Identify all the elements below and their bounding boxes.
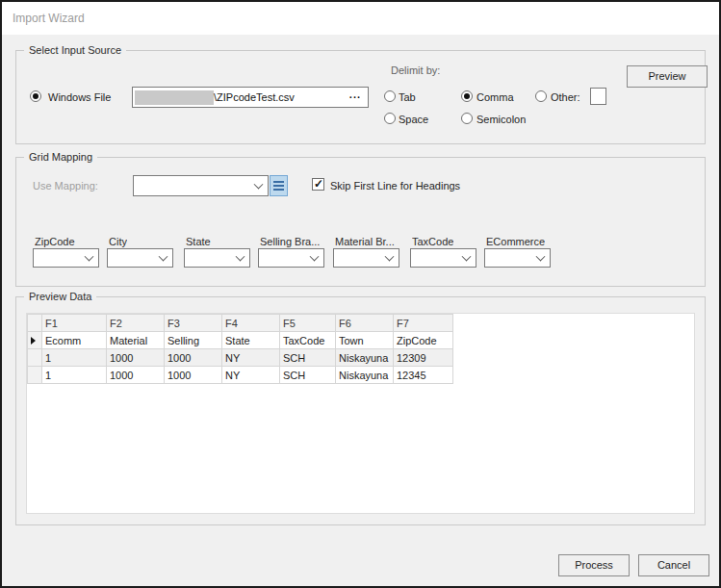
- menu-icon: [273, 181, 284, 183]
- mapping-column-label: TaxCode: [412, 236, 453, 247]
- grid-column-header[interactable]: F5: [280, 315, 336, 332]
- mapping-column-label: ZipCode: [35, 236, 75, 247]
- browse-ellipsis-button[interactable]: ...: [349, 89, 361, 100]
- grid-row: 110001000NYSCHNiskayuna12345: [28, 367, 453, 384]
- delimiter-other-label[interactable]: Other:: [551, 91, 580, 103]
- chevron-down-icon: [236, 252, 245, 262]
- grid-column-header[interactable]: F2: [107, 315, 165, 332]
- grid-cell[interactable]: 12345: [394, 367, 453, 384]
- chevron-down-icon: [462, 252, 472, 262]
- skip-first-line-checkbox[interactable]: [312, 178, 324, 191]
- delimiter-tab-radio[interactable]: [384, 90, 396, 102]
- grid-mapping-legend: Grid Mapping: [24, 151, 97, 163]
- delimiter-semicolon-label[interactable]: Semicolon: [476, 114, 526, 125]
- preview-data-legend: Preview Data: [24, 291, 96, 302]
- grid-cell[interactable]: SCH: [280, 367, 336, 384]
- grid-cell[interactable]: State: [222, 332, 280, 349]
- skip-first-line-label[interactable]: Skip First Line for Headings: [330, 180, 460, 192]
- mapping-column-combo[interactable]: [484, 248, 551, 268]
- chevron-down-icon: [385, 252, 395, 262]
- grid-corner-cell[interactable]: [28, 315, 42, 332]
- grid-row-header[interactable]: [28, 332, 42, 349]
- grid-column-header[interactable]: F1: [42, 315, 107, 332]
- grid-cell[interactable]: ZipCode: [394, 332, 453, 349]
- delimiter-space-radio[interactable]: [384, 113, 396, 124]
- grid-cell[interactable]: Niskayuna: [336, 349, 394, 367]
- grid-row-header[interactable]: [28, 349, 42, 367]
- delimiter-other-radio[interactable]: [535, 90, 547, 102]
- grid-cell[interactable]: Selling: [165, 332, 222, 349]
- grid-cell[interactable]: Town: [336, 332, 394, 349]
- use-mapping-label: Use Mapping:: [33, 180, 98, 192]
- preview-button[interactable]: Preview: [627, 65, 708, 88]
- grid-row: 110001000NYSCHNiskayuna12309: [28, 349, 453, 367]
- grid-cell[interactable]: 1: [42, 367, 107, 384]
- grid-cell[interactable]: NY: [222, 349, 280, 367]
- grid-column-header[interactable]: F6: [336, 315, 394, 332]
- delimiter-comma-radio[interactable]: [461, 90, 473, 102]
- cancel-button[interactable]: Cancel: [638, 554, 709, 576]
- redacted-path-block: [135, 90, 214, 105]
- file-path-input[interactable]: \ZIPcodeTest.csv ...: [132, 87, 369, 108]
- grid-cell[interactable]: NY: [222, 367, 280, 384]
- grid-column-header[interactable]: F7: [394, 315, 453, 332]
- active-row-arrow-icon: [31, 337, 36, 345]
- delimit-by-label: Delimit by:: [391, 64, 440, 76]
- delimiter-space-label[interactable]: Space: [399, 114, 428, 125]
- other-delimiter-input[interactable]: [590, 88, 606, 105]
- select-input-source-legend: Select Input Source: [24, 44, 126, 56]
- delimiter-tab-label[interactable]: Tab: [399, 91, 416, 103]
- mapping-column-combo[interactable]: [33, 248, 99, 268]
- mapping-column-label: Material Br...: [335, 236, 395, 247]
- grid-header-row: F1F2F3F4F5F6F7: [28, 315, 453, 332]
- preview-grid: F1F2F3F4F5F6F7EcommMaterialSellingStateT…: [26, 313, 695, 514]
- grid-cell[interactable]: 1: [42, 349, 107, 367]
- process-button[interactable]: Process: [558, 554, 630, 576]
- file-name-text: \ZIPcodeTest.csv: [214, 91, 295, 103]
- grid-column-header[interactable]: F4: [222, 315, 280, 332]
- grid-cell[interactable]: SCH: [280, 349, 336, 367]
- chevron-down-icon: [159, 252, 168, 262]
- mapping-column-label: Selling Bra...: [260, 236, 320, 247]
- use-mapping-combo[interactable]: [133, 175, 269, 196]
- mapping-column-combo[interactable]: [258, 248, 324, 268]
- grid-row-header[interactable]: [28, 367, 42, 384]
- mapping-column-combo[interactable]: [184, 248, 250, 268]
- mapping-menu-button[interactable]: [270, 175, 288, 196]
- window-title: Import Wizard: [13, 2, 85, 35]
- delimiter-comma-label[interactable]: Comma: [476, 91, 514, 103]
- chevron-down-icon: [310, 252, 320, 262]
- grid-cell[interactable]: 12309: [394, 349, 453, 367]
- delimiter-semicolon-radio[interactable]: [461, 113, 473, 124]
- chevron-down-icon: [536, 252, 546, 262]
- select-input-source-group: Select Input Source Windows File \ZIPcod…: [15, 50, 706, 144]
- preview-data-group: Preview Data F1F2F3F4F5F6F7EcommMaterial…: [15, 296, 706, 525]
- mapping-column-combo[interactable]: [410, 248, 476, 268]
- mapping-column-label: ECommerce: [486, 236, 545, 247]
- grid-mapping-group: Grid Mapping Use Mapping: Skip First Lin…: [15, 157, 706, 287]
- mapping-column-combo[interactable]: [107, 248, 173, 268]
- windows-file-label[interactable]: Windows File: [48, 91, 111, 103]
- chevron-down-icon: [254, 180, 264, 190]
- grid-cell[interactable]: 1000: [165, 367, 222, 384]
- grid-cell[interactable]: Ecomm: [42, 332, 107, 349]
- chevron-down-icon: [85, 252, 94, 262]
- mapping-column-combo[interactable]: [333, 248, 399, 268]
- preview-table: F1F2F3F4F5F6F7EcommMaterialSellingStateT…: [27, 314, 694, 384]
- import-wizard-dialog: Import Wizard Select Input Source Window…: [0, 0, 721, 588]
- mapping-column-label: City: [109, 236, 127, 247]
- grid-cell[interactable]: Material: [107, 332, 165, 349]
- grid-cell[interactable]: 1000: [107, 367, 165, 384]
- mapping-column-label: State: [186, 236, 211, 247]
- grid-cell[interactable]: Niskayuna: [336, 367, 394, 384]
- grid-cell[interactable]: 1000: [107, 349, 165, 367]
- grid-cell[interactable]: 1000: [165, 349, 222, 367]
- grid-cell[interactable]: TaxCode: [280, 332, 336, 349]
- grid-row: EcommMaterialSellingStateTaxCodeTownZipC…: [28, 332, 453, 349]
- grid-column-header[interactable]: F3: [165, 315, 222, 332]
- windows-file-radio[interactable]: [30, 90, 41, 102]
- title-bar: Import Wizard: [2, 2, 719, 35]
